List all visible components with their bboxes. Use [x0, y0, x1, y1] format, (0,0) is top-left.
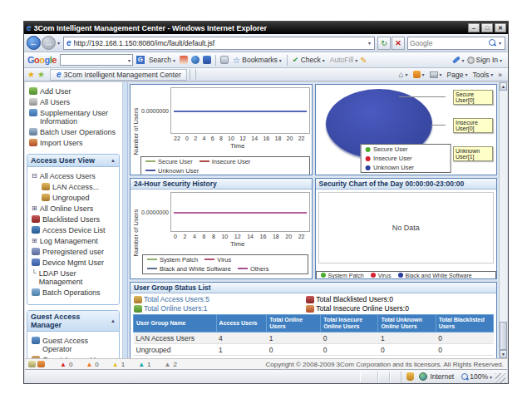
collapse-icon[interactable]: ▲	[111, 158, 116, 163]
section-header[interactable]: Guest Access Manager ▲	[27, 311, 119, 332]
status-user-icon[interactable]	[28, 361, 36, 367]
sidebar-item-blacklisted-users[interactable]: Blacklisted Users	[31, 214, 117, 224]
tree-collapse-icon[interactable]: ⊞	[32, 204, 37, 212]
sidebar-item-all-users[interactable]: All Users	[28, 96, 121, 107]
sidebar-item-device-mgmt-user[interactable]: Device Mgmt User	[31, 257, 117, 268]
google-search-dropdown-icon[interactable]: ▾	[128, 57, 131, 63]
spellcheck-icon[interactable]	[191, 56, 200, 64]
scrollbar-thumb[interactable]	[500, 322, 507, 350]
zoom-control[interactable]: 100% ▾	[461, 372, 492, 381]
zoom-level: 100%	[470, 372, 488, 381]
sign-in-button[interactable]: Sign In▾	[467, 56, 502, 64]
maximize-button[interactable]: □	[481, 23, 493, 32]
page-tab[interactable]: e 3Com Intelligent Management Center	[50, 69, 187, 81]
sidebar-item-batch-user-operations[interactable]: Batch User Operations	[28, 126, 121, 137]
more-toolbar-chevron[interactable]: »	[498, 71, 502, 79]
wrench-dropdown-icon[interactable]: ▾	[462, 57, 465, 63]
address-field[interactable]: e ▾	[63, 37, 375, 50]
feeds-button[interactable]: ▾	[413, 71, 425, 78]
refresh-button[interactable]: ↻	[377, 37, 391, 50]
history-dropdown-icon[interactable]: ▾	[57, 40, 60, 46]
address-dropdown-icon[interactable]: ▾	[368, 40, 371, 46]
google-search-input[interactable]	[61, 56, 126, 64]
section-header[interactable]: Access User View ▲	[27, 155, 119, 167]
column-header-total-insecure-online-users[interactable]: Total Insecure Online Users	[321, 315, 378, 332]
favorites-star-icon[interactable]: ★	[27, 70, 35, 79]
search-dropdown-icon[interactable]: ▾	[499, 40, 501, 46]
sidebar-item-add-user[interactable]: Add User	[28, 86, 121, 96]
check-button[interactable]: ✔ Check▾	[293, 56, 325, 64]
cell-group-name[interactable]: LAN Access Users	[134, 332, 217, 344]
stop-button[interactable]: ✕	[392, 37, 405, 50]
page-menu[interactable]: Page▾	[447, 71, 468, 79]
column-header-user-group-name[interactable]: User Group Name	[134, 315, 217, 332]
bookmarks-button[interactable]: ☆ Bookmarks▾	[233, 56, 282, 65]
send-to-icon[interactable]	[220, 56, 229, 64]
resize-grip[interactable]	[495, 373, 505, 383]
sidebar-item-guest-access-operator[interactable]: Guest Access Operator	[31, 335, 117, 354]
x-tick: 12	[239, 135, 246, 141]
sidebar-item-import-users[interactable]: Import Users	[28, 137, 121, 148]
status-alarm-icon[interactable]	[37, 361, 45, 367]
search-box[interactable]: ▾	[407, 37, 505, 50]
user-device-icon	[32, 259, 40, 266]
main-scrollbar[interactable]: ▲ ▼	[499, 82, 507, 358]
sidebar-item-ldap-user-management[interactable]: └LDAP User Management	[31, 268, 117, 287]
column-header-total-online-users[interactable]: Total Online Users	[267, 315, 321, 332]
autofill-button[interactable]: AutoFill▾	[330, 56, 357, 64]
stat-total-access-users-5[interactable]: Total Access Users:5	[134, 295, 306, 303]
x-tick: 20	[285, 234, 292, 239]
legend-label: Black and White Software	[160, 265, 231, 273]
forward-button[interactable]: →	[42, 36, 56, 50]
wrench-icon[interactable]	[451, 56, 460, 63]
google-search-button[interactable]: Search▾	[149, 56, 175, 64]
cell-group-name[interactable]: Ungrouped	[134, 344, 217, 356]
back-button[interactable]: ←	[27, 36, 41, 50]
sidebar-item-all-access-users[interactable]: ⊟All Access Users	[31, 170, 117, 181]
sidebar-item-access-device-list[interactable]: Access Device List	[31, 224, 117, 235]
scroll-up-button[interactable]: ▲	[500, 82, 507, 91]
search-icon[interactable]	[489, 39, 496, 47]
sidebar-item-ungrouped[interactable]: Ungrouped	[31, 192, 117, 203]
sidebar-item-batch-operations[interactable]: Batch Operations	[31, 287, 117, 298]
close-button[interactable]: ✕	[495, 23, 506, 32]
sidebar-item-supplementary-user-information[interactable]: Supplementary User Information	[28, 107, 121, 126]
tools-menu[interactable]: Tools▾	[472, 71, 493, 79]
sidebar-item-label: LAN Access...	[52, 183, 99, 191]
minimize-button[interactable]: –	[468, 23, 480, 32]
pie-callout-insecure-user-0: Insecure User[0]	[453, 118, 493, 133]
column-header-total-blacklisted-users[interactable]: Total Blacklisted Users	[436, 315, 493, 332]
stat-total-blacklisted-users-0: Total Blacklisted Users:0	[306, 295, 493, 303]
search-input[interactable]	[410, 39, 488, 47]
scrollbar-track[interactable]	[500, 91, 507, 350]
column-header-access-users[interactable]: Access Users	[216, 315, 267, 332]
tree-collapse-icon[interactable]: ⊞	[32, 237, 37, 244]
add-favorite-icon[interactable]: ★	[37, 70, 45, 79]
alarm-major[interactable]: ▲0	[86, 361, 98, 368]
stat-total-online-users-1[interactable]: Total Online Users:1	[134, 304, 306, 313]
sidebar-item-preregistered-user[interactable]: Preregistered user	[31, 246, 117, 257]
column-header-total-unknown-online-users[interactable]: Total Unknown Online Users	[378, 315, 436, 332]
tree-expand-icon[interactable]: ⊟	[32, 172, 37, 180]
alarm-warning[interactable]: ▲1	[138, 361, 150, 368]
alarm-critical[interactable]: ▲0	[60, 361, 72, 368]
alarm-info[interactable]: ▲2	[165, 361, 177, 368]
home-icon: ⌂	[398, 70, 403, 79]
highlighter-icon[interactable]: ✎	[360, 56, 367, 65]
translate-icon[interactable]	[203, 56, 211, 64]
pagerank-icon[interactable]	[180, 56, 188, 64]
alarm-minor[interactable]: ▲1	[112, 361, 125, 368]
home-button[interactable]: ⌂▾	[398, 70, 407, 79]
zoom-dropdown-icon[interactable]: ▾	[490, 374, 492, 380]
scroll-down-button[interactable]: ▼	[500, 350, 507, 358]
print-button[interactable]: ▾	[430, 71, 442, 78]
url-input[interactable]	[74, 39, 367, 47]
sidebar-item-log-management[interactable]: ⊞Log Management	[31, 235, 117, 246]
sidebar-item-lan-access[interactable]: LAN Access...	[31, 181, 117, 192]
sidebar-item-all-online-users[interactable]: ⊞All Online Users	[31, 203, 117, 214]
collapse-icon[interactable]: ▲	[111, 318, 116, 323]
legend-item: System Patch	[147, 256, 198, 264]
google-search-field[interactable]: ▾	[60, 54, 133, 66]
ie-logo-icon: e	[27, 23, 32, 32]
sidebar-item-label: Device Mgmt User	[42, 259, 104, 267]
